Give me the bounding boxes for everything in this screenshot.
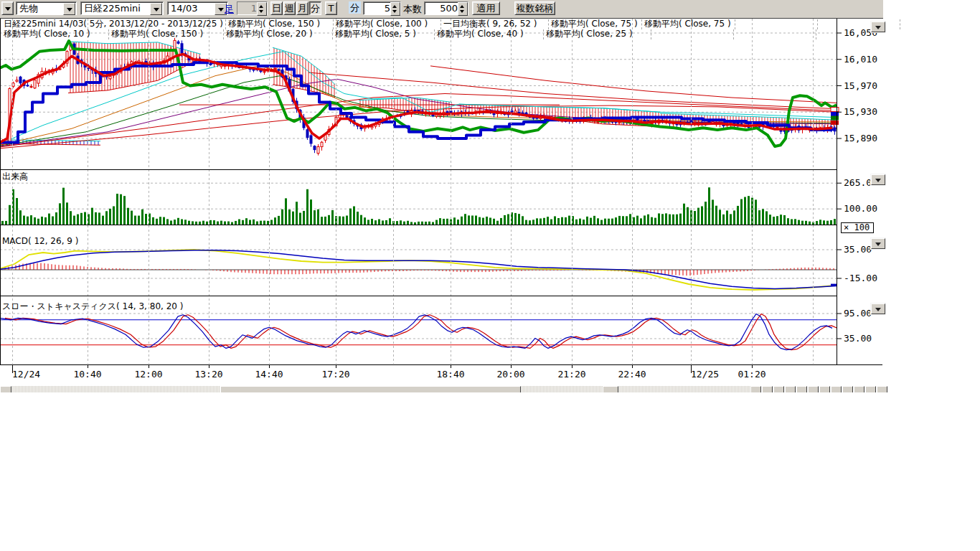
stoch-axis-label: 95.00 <box>844 309 872 319</box>
scrollbar-track[interactable] <box>11 386 220 392</box>
time-axis-label: 12:00 <box>134 369 162 380</box>
legend-item: 一目均衡表( 9, 26, 52 ) <box>441 19 549 29</box>
legend-item <box>651 29 734 39</box>
period-day-label: 日 <box>272 3 281 14</box>
apply-label: 適用 <box>477 3 496 14</box>
time-axis-date-label: 12/25 <box>691 369 719 380</box>
combo-drop-button[interactable] <box>63 3 75 15</box>
period-minute-label: 分 <box>311 3 320 14</box>
mini-button[interactable] <box>831 386 842 392</box>
period-week-button[interactable]: 週 <box>283 1 296 15</box>
time-axis-date-label: 12/24 <box>12 369 40 380</box>
dropdown-arrow-icon <box>154 8 159 11</box>
multi-symbol-button[interactable]: 複数銘柄 <box>514 1 555 15</box>
ashi-count-value: 1 <box>251 3 257 14</box>
time-axis-label: 17:20 <box>321 369 349 380</box>
time-axis-label: 20:00 <box>496 369 524 380</box>
price-axis-label: 16,010 <box>844 55 877 65</box>
spinner-buttons-icon[interactable] <box>458 2 468 16</box>
chart-canvas[interactable] <box>0 0 890 392</box>
price-axis-label: 15,930 <box>844 107 877 117</box>
spinner-buttons-icon[interactable] <box>257 2 267 16</box>
legend-item <box>735 19 818 29</box>
mini-button[interactable] <box>842 386 853 392</box>
window-menu-button[interactable] <box>1 1 14 15</box>
legend-item <box>734 29 816 39</box>
scrollbar-track[interactable] <box>618 386 750 392</box>
stoch-axis-label: 35.00 <box>844 334 872 344</box>
time-axis-label: 14:40 <box>255 369 283 380</box>
dropdown-arrow-icon <box>875 308 881 311</box>
spinner-buttons-icon[interactable] <box>390 2 400 16</box>
bars-spinner[interactable]: 500 <box>424 1 468 15</box>
legend-item: 移動平均( Close, 75 ) <box>549 19 642 29</box>
legend-item: 日経225mini 14/03( 5分, 2013/12/20 - 2013/1… <box>1 19 226 29</box>
bars-label: 本数 <box>403 3 422 15</box>
mini-button[interactable] <box>773 386 784 392</box>
mini-button[interactable] <box>865 386 876 392</box>
horizontal-scrollbar[interactable] <box>0 386 890 392</box>
legend-item: 移動平均( Close, 100 ) <box>334 19 441 29</box>
mini-button[interactable] <box>877 386 887 392</box>
scrollbar-track[interactable] <box>521 386 603 392</box>
dropdown-arrow-icon <box>875 179 881 182</box>
volume-pane-title: 出来高 <box>2 171 28 183</box>
period-tick-button[interactable]: T <box>325 1 337 15</box>
stoch-axis-menu-button[interactable] <box>871 303 885 314</box>
mini-button[interactable] <box>785 386 796 392</box>
time-axis-label: 10:40 <box>73 369 101 380</box>
ashi-count-spinner[interactable]: 1 <box>237 1 268 15</box>
time-axis-label: 22:40 <box>618 369 646 380</box>
contract-month-combo[interactable]: 14/03 <box>167 1 228 15</box>
period-month-button[interactable]: 月 <box>296 1 308 15</box>
mini-button[interactable] <box>819 386 830 392</box>
toolbar: 先物 日経225mini 14/03 足 1 日 週 月 分 T 分 5 本数 … <box>0 0 883 19</box>
macd-pane-title: MACD( 12, 26, 9 ) <box>2 236 78 246</box>
time-axis-label: 21:20 <box>557 369 585 380</box>
scrollbar-left-button[interactable] <box>0 386 11 392</box>
period-week-label: 週 <box>285 3 294 14</box>
symbol-combo[interactable]: 日経225mini <box>80 1 164 15</box>
mini-button[interactable] <box>854 386 864 392</box>
volume-multiplier-badge: × 100 <box>841 222 874 233</box>
macd-axis-label: 35.00 <box>844 245 872 255</box>
price-axis-label: 15,890 <box>844 133 877 143</box>
period-minute-button[interactable]: 分 <box>309 1 321 15</box>
period-month-label: 月 <box>298 3 307 14</box>
price-axis-menu-button[interactable] <box>871 22 885 32</box>
time-axis-label: 01:20 <box>738 369 765 380</box>
mini-button[interactable] <box>762 386 773 392</box>
volume-axis-label: 100.00 <box>844 204 877 214</box>
dropdown-arrow-icon <box>67 8 72 11</box>
scrollbar-thumb[interactable] <box>603 386 618 392</box>
symbol-value: 日経225mini <box>84 3 141 14</box>
legend-item: 移動平均( Close, 40 ) <box>435 29 544 39</box>
minutes-value: 5 <box>385 3 390 14</box>
bars-value: 500 <box>440 3 458 14</box>
mini-button[interactable] <box>796 386 807 392</box>
ashi-label: 足 <box>225 3 234 15</box>
mini-button[interactable] <box>808 386 819 392</box>
legend-row-1: 日経225mini 14/03( 5分, 2013/12/20 - 2013/1… <box>1 19 900 29</box>
legend-item: 移動平均( Close, 20 ) <box>224 29 333 39</box>
apply-button[interactable]: 適用 <box>472 1 500 15</box>
legend-item: 移動平均( Close, 75 ) <box>642 19 735 29</box>
legend-item: 移動平均( Close, 10 ) <box>1 29 109 39</box>
volume-axis-menu-button[interactable] <box>871 174 885 185</box>
macd-axis-menu-button[interactable] <box>871 238 885 249</box>
legend-item: 移動平均( Close, 25 ) <box>544 29 651 39</box>
period-tick-label: T <box>329 3 334 14</box>
instrument-type-value: 先物 <box>19 3 38 14</box>
contract-month-value: 14/03 <box>171 3 197 14</box>
mini-button[interactable] <box>750 386 761 392</box>
scrollbar-thumb[interactable] <box>220 386 521 392</box>
multi-symbol-label: 複数銘柄 <box>517 3 554 14</box>
dropdown-arrow-icon <box>218 8 224 11</box>
legend-item: 移動平均( Close, 150 ) <box>109 29 224 39</box>
period-day-button[interactable]: 日 <box>270 1 283 15</box>
macd-axis-label: -15.00 <box>844 273 877 283</box>
dropdown-arrow-icon <box>875 26 881 29</box>
minutes-spinner[interactable]: 5 <box>363 1 401 15</box>
combo-drop-button[interactable] <box>150 3 162 15</box>
instrument-type-combo[interactable]: 先物 <box>16 1 77 15</box>
